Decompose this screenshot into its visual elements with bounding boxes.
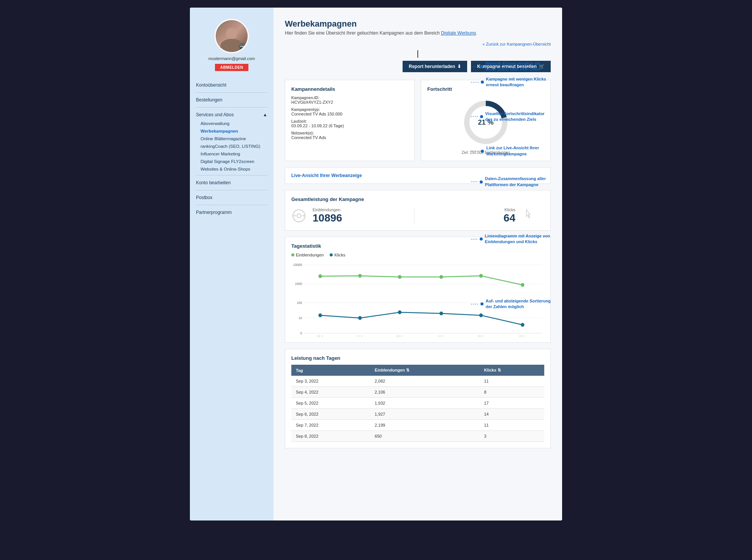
cell-impressions: 1,932 bbox=[370, 398, 480, 409]
svg-point-18 bbox=[398, 275, 402, 279]
camera-icon[interactable]: 📷 bbox=[239, 43, 247, 51]
clicks-value: 64 bbox=[504, 212, 515, 224]
svg-text:06.9.: 06.9. bbox=[438, 335, 445, 336]
svg-point-19 bbox=[439, 275, 443, 279]
chart-title: Tagestatistik bbox=[291, 243, 544, 249]
campaign-id-row: Kampagnen-ID: HCVGbX4VYZ1-ZXY2 bbox=[291, 96, 408, 104]
page-title: Werbekampagnen bbox=[285, 19, 551, 29]
live-view-label[interactable]: Live-Ansicht Ihrer Werbeanzeige bbox=[291, 173, 362, 178]
page-subtitle: Hier finden Sie eine Übersicht Ihrer geb… bbox=[285, 30, 551, 36]
download-button[interactable]: Report herunterladen ⬇ bbox=[403, 61, 467, 72]
cell-date: Sep 6, 2022 bbox=[291, 409, 370, 420]
campaign-type-row: Kampagnentyp: Connected TV Ads 150.000 bbox=[291, 108, 408, 116]
svg-text:04.9.: 04.9. bbox=[356, 335, 363, 336]
campaign-network-value: Connected TV Ads bbox=[291, 135, 408, 140]
progress-title: Fortschritt bbox=[427, 86, 452, 92]
main-window: 📷 mustermann@gmail.com ABMELDEN Kontoübe… bbox=[190, 8, 562, 520]
campaign-type-label: Kampagnentyp: bbox=[291, 108, 408, 112]
sidebar-item-websites[interactable]: Websites & Online-Shops bbox=[201, 165, 267, 173]
performance-metrics: Einblendungen 10896 Klicks 64 bbox=[291, 207, 544, 224]
back-link[interactable]: « Zurück zur Kampangnen-Übersicht bbox=[285, 42, 551, 46]
cell-impressions: 2,106 bbox=[370, 387, 480, 398]
sidebar-item-konto-bearbeiten[interactable]: Konto bearbeiten bbox=[196, 178, 267, 188]
col-clicks[interactable]: Klicks ⇅ bbox=[479, 365, 544, 376]
impressions-block: Einblendungen 10896 bbox=[291, 207, 414, 224]
cell-impressions: 2,199 bbox=[370, 420, 480, 431]
sidebar-item-digital-signage[interactable]: Digital Signage FLY2screen bbox=[201, 158, 267, 165]
table-header-row: Tag Einblendungen ⇅ Klicks ⇅ bbox=[291, 365, 544, 376]
legend-impressions-label: Einblendungen bbox=[296, 253, 324, 257]
sidebar-item-werbekampagnen[interactable]: Werbekampagnen bbox=[201, 127, 267, 135]
nav-menu: Kontoübersicht Bestellungen Services und… bbox=[190, 80, 273, 217]
svg-point-23 bbox=[358, 316, 362, 320]
sidebar-item-partnerprogramm[interactable]: Partnerprogramm bbox=[196, 207, 267, 217]
progress-percent: 21 % bbox=[478, 119, 493, 127]
nav-divider-2 bbox=[196, 107, 267, 108]
sidebar-item-kontouebersicht[interactable]: Kontoübersicht bbox=[196, 80, 267, 90]
legend-impressions-dot bbox=[291, 253, 294, 256]
svg-text:1000: 1000 bbox=[295, 282, 302, 286]
impressions-value: 10896 bbox=[313, 212, 342, 224]
cell-date: Sep 5, 2022 bbox=[291, 398, 370, 409]
table-row: Sep 8, 2022 650 3 bbox=[291, 431, 544, 442]
cell-clicks: 17 bbox=[479, 398, 544, 409]
cell-clicks: 8 bbox=[479, 387, 544, 398]
action-buttons: Report herunterladen ⬇ Kampagne erneut b… bbox=[285, 61, 551, 72]
sidebar-item-ranking-coach[interactable]: rankingCoach (SEO, LISTING) bbox=[201, 142, 267, 150]
cell-clicks: 11 bbox=[479, 420, 544, 431]
avatar-container[interactable]: 📷 bbox=[215, 19, 249, 53]
table-row: Sep 5, 2022 1,932 17 bbox=[291, 398, 544, 409]
svg-text:05.9.: 05.9. bbox=[396, 335, 403, 336]
svg-point-26 bbox=[479, 313, 483, 317]
campaign-duration-row: Laufzeit: 03.09.22 - 10.09.22 (6 Tage) bbox=[291, 119, 408, 128]
campaign-duration-value: 03.09.22 - 10.09.22 (6 Tage) bbox=[291, 123, 408, 128]
col-impressions[interactable]: Einblendungen ⇅ bbox=[370, 365, 480, 376]
cell-impressions: 1,927 bbox=[370, 409, 480, 420]
impressions-label: Einblendungen bbox=[313, 207, 342, 212]
cell-clicks: 11 bbox=[479, 376, 544, 387]
svg-point-20 bbox=[479, 274, 483, 278]
sidebar-item-bestellungen[interactable]: Bestellungen bbox=[196, 95, 267, 105]
sidebar-item-aboverwaltung[interactable]: Aboverwaltung bbox=[201, 120, 267, 127]
table-title: Leistung nach Tagen bbox=[291, 355, 544, 361]
performance-table: Tag Einblendungen ⇅ Klicks ⇅ bbox=[291, 365, 544, 442]
order-button[interactable]: Kampagne erneut bestellen 🛒 bbox=[471, 61, 551, 72]
svg-point-17 bbox=[358, 274, 362, 278]
cart-icon: 🛒 bbox=[539, 64, 545, 69]
performance-section: Gesamtleistung der Kampagne E bbox=[285, 190, 551, 231]
svg-text:07.9.: 07.9. bbox=[477, 335, 485, 336]
svg-text:100: 100 bbox=[297, 301, 302, 305]
table-header: Tag Einblendungen ⇅ Klicks ⇅ bbox=[291, 365, 544, 376]
campaign-details-card: Kampannendetails Kampagnen-ID: HCVGbX4VY… bbox=[285, 80, 415, 161]
table-section: Leistung nach Tagen Tag Einblendungen ⇅ … bbox=[285, 349, 551, 448]
table-row: Sep 7, 2022 2,199 11 bbox=[291, 420, 544, 431]
digitale-werbung-link[interactable]: Digitale Werbung bbox=[441, 30, 476, 36]
cell-date: Sep 4, 2022 bbox=[291, 387, 370, 398]
sidebar-item-services[interactable]: Services und Abos ▲ bbox=[196, 110, 267, 120]
cell-impressions: 650 bbox=[370, 431, 480, 442]
performance-title: Gesamtleistung der Kampagne bbox=[291, 196, 544, 202]
main-content: Werbekampagnen Hier finden Sie eine Über… bbox=[273, 8, 562, 520]
cell-clicks: 3 bbox=[479, 431, 544, 442]
clicks-icon bbox=[521, 208, 537, 223]
sidebar: 📷 mustermann@gmail.com ABMELDEN Kontoübe… bbox=[190, 8, 273, 520]
user-email: mustermann@gmail.com bbox=[209, 56, 255, 61]
impressions-data: Einblendungen 10896 bbox=[313, 207, 342, 224]
logout-button[interactable]: ABMELDEN bbox=[215, 64, 249, 71]
sort-icon: ⇅ bbox=[406, 368, 409, 372]
sidebar-item-influencer-marketing[interactable]: Influencer Marketing bbox=[201, 150, 267, 158]
campaign-id-value: HCVGbX4VYZ1-ZXY2 bbox=[291, 100, 408, 104]
sidebar-item-postbox[interactable]: Postbox bbox=[196, 193, 267, 202]
cell-clicks: 14 bbox=[479, 409, 544, 420]
col-tag: Tag bbox=[291, 365, 370, 376]
table-row: Sep 3, 2022 2,082 11 bbox=[291, 376, 544, 387]
cell-date: Sep 8, 2022 bbox=[291, 431, 370, 442]
svg-text:0: 0 bbox=[300, 331, 302, 335]
progress-goal: Ziel: 150.000 Einblendungen bbox=[461, 150, 510, 155]
svg-text:10: 10 bbox=[299, 316, 302, 320]
nav-divider-1 bbox=[196, 92, 267, 93]
campaign-network-label: Netzwerk(e): bbox=[291, 131, 408, 135]
sidebar-item-online-blaettermagazine[interactable]: Online Blättermagazine bbox=[201, 135, 267, 142]
nav-divider-3 bbox=[196, 175, 267, 176]
clicks-data: Klicks 64 bbox=[504, 207, 515, 224]
